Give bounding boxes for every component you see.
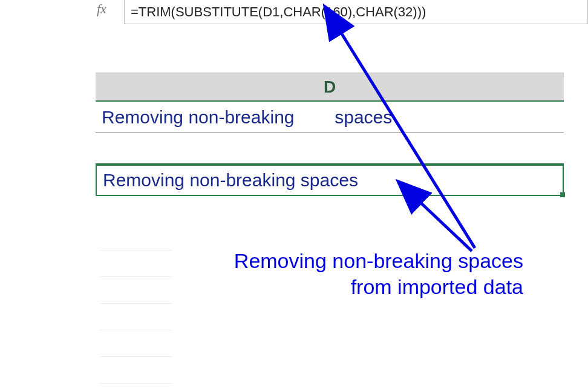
- grid-row: [100, 224, 172, 250]
- cell-d1[interactable]: Removing non-breaking spaces: [96, 102, 564, 133]
- cell-d2[interactable]: [96, 133, 564, 165]
- annotation-text: Removing non-breaking spaces from import…: [221, 248, 523, 299]
- annotation-arrows: [0, 0, 588, 392]
- cell-d1-value: Removing non-breaking spaces: [102, 107, 392, 128]
- grid-row: [100, 304, 172, 330]
- grid-row: [100, 250, 172, 277]
- gridlines-faint: [100, 224, 172, 387]
- fx-label: fx: [97, 1, 106, 17]
- formula-bar-input[interactable]: =TRIM(SUBSTITUTE(D1,CHAR(160),CHAR(32))): [124, 0, 588, 24]
- grid-row: [100, 277, 172, 304]
- formula-text: =TRIM(SUBSTITUTE(D1,CHAR(160),CHAR(32))): [131, 4, 426, 20]
- grid-row: [100, 330, 172, 357]
- column-header-d[interactable]: D: [96, 73, 564, 102]
- grid-row: [100, 357, 172, 384]
- cell-d3-selected[interactable]: Removing non-breaking spaces: [96, 165, 564, 196]
- cell-fill-handle[interactable]: [560, 192, 565, 197]
- arrow-to-cell: [417, 200, 472, 251]
- cell-d3-value: Removing non-breaking spaces: [103, 170, 358, 191]
- column-header-label: D: [324, 77, 336, 97]
